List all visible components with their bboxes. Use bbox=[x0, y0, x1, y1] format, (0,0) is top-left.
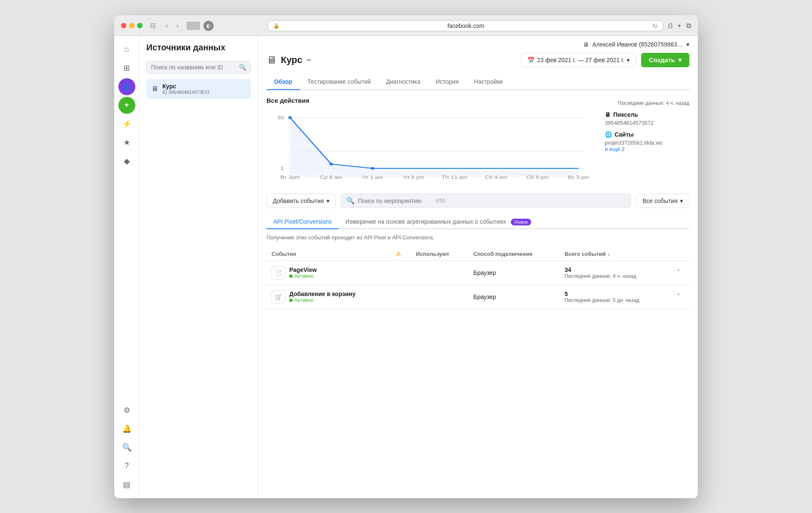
page-title: Источники данных bbox=[146, 43, 251, 56]
svg-text:Сб 4 am: Сб 4 am bbox=[485, 175, 508, 180]
event-expand-button-cart[interactable]: ˅ bbox=[677, 293, 680, 301]
event-expand-button-pageview[interactable]: ˅ bbox=[677, 269, 680, 277]
windows-button[interactable]: ⧉ bbox=[686, 22, 691, 30]
forward-button[interactable]: › bbox=[174, 21, 181, 30]
account-icon: 🖥 bbox=[583, 41, 589, 48]
pixel-title: Курс bbox=[281, 55, 302, 66]
browser-actions: ⎙ + ⧉ bbox=[668, 22, 691, 30]
svg-text:Чт 1 am: Чт 1 am bbox=[362, 175, 383, 180]
events-table: События ⚠ Используют Способ подключения … bbox=[266, 247, 689, 309]
add-events-chevron-icon: ▾ bbox=[326, 198, 329, 204]
events-search-box[interactable]: 🔍 0/50 bbox=[341, 194, 631, 208]
events-toolbar: Добавить события ▾ 🔍 0/50 Все события ▾ bbox=[266, 194, 689, 208]
event-icon-pageview: 📄 bbox=[272, 266, 285, 280]
tab-settings[interactable]: Настройки bbox=[466, 74, 510, 90]
table-row: 🛒 Добавление в корзину Активно bbox=[266, 285, 689, 309]
minimize-button[interactable] bbox=[129, 23, 134, 28]
event-connection-pageview: Браузер bbox=[468, 261, 560, 285]
event-uses-pageview bbox=[411, 261, 469, 285]
account-chevron-icon: ▾ bbox=[686, 41, 689, 48]
event-name-cell-pageview: 📄 PageView Активно bbox=[272, 266, 386, 280]
create-label: Создать bbox=[649, 56, 675, 63]
pixel-item-name: Курс bbox=[162, 83, 210, 90]
event-name-pageview: PageView bbox=[289, 266, 317, 273]
sidebar-icon-bell[interactable]: 🔔 bbox=[118, 420, 135, 437]
traffic-lights bbox=[121, 23, 143, 28]
sidebar-icon-home[interactable]: ⌂ bbox=[118, 41, 135, 58]
col-header-warning: ⚠ bbox=[391, 247, 411, 261]
sub-tabs: API Pixel/Conversions Измерение на основ… bbox=[266, 215, 689, 229]
last-data-text: Последние данные: 4 ч. назад bbox=[605, 100, 689, 106]
tab-overview[interactable]: Обзор bbox=[266, 74, 300, 90]
maximize-button[interactable] bbox=[137, 23, 143, 28]
date-range-text: 23 фев 2021 г. — 27 фев 2021 г. bbox=[537, 57, 625, 63]
search-box[interactable]: 🔍 bbox=[146, 61, 251, 74]
header-bar: 🖥 Алексей Иванов (85260759863… ▾ bbox=[258, 36, 698, 53]
events-filter-button[interactable]: Все события ▾ bbox=[636, 194, 689, 208]
create-button[interactable]: Создать ▾ bbox=[641, 53, 689, 67]
events-filter-label: Все события bbox=[642, 198, 678, 204]
svg-text:Ср 8 am: Ср 8 am bbox=[320, 175, 343, 180]
icon-sidebar: ⌂ ⊞ 👤 + ⚡ ★ ◆ ⚙ 🔔 🔍 ? ▤ bbox=[114, 36, 140, 498]
event-connection-cart: Браузер bbox=[468, 285, 560, 309]
events-count: 0/50 bbox=[436, 198, 445, 204]
table-row: 📄 PageView Активно bbox=[266, 261, 689, 285]
refresh-button[interactable]: ↻ bbox=[653, 22, 658, 29]
event-name-cell-cart: 🛒 Добавление в корзину Активно bbox=[272, 290, 386, 304]
search-icon-button[interactable]: 🔍 bbox=[239, 64, 246, 71]
close-button[interactable] bbox=[121, 23, 126, 28]
sites-info-block: 🌐 Сайты project3726561.tilda.ws и ещё 2 bbox=[605, 131, 689, 152]
sidebar-toggle-button[interactable]: ⊟ bbox=[148, 21, 158, 30]
browser-window: ⊟ ‹ › ◐ 🔒 facebook.com ↻ ⎙ + ⧉ bbox=[114, 15, 698, 498]
sidebar-icon-avatar[interactable]: 👤 bbox=[118, 78, 135, 95]
date-picker-button[interactable]: 📅 23 фев 2021 г. — 27 фев 2021 г. ▾ bbox=[521, 53, 636, 67]
status-dot-active-cart bbox=[289, 299, 293, 302]
tab-diagnostics[interactable]: Диагностика bbox=[379, 74, 428, 90]
pixel-info: Курс ID 3954854614573572 bbox=[162, 83, 210, 95]
sidebar-icon-help[interactable]: ? bbox=[118, 458, 135, 475]
event-total-pageview: 34 Последние данные: 4 ч. назад bbox=[560, 261, 672, 285]
share-button[interactable]: ⎙ bbox=[668, 22, 672, 30]
event-warning-pageview bbox=[391, 261, 411, 285]
status-dot-active bbox=[289, 274, 293, 278]
tab-history[interactable]: История bbox=[428, 74, 466, 90]
edit-icon[interactable]: ✏ bbox=[307, 57, 312, 63]
search-input[interactable] bbox=[151, 64, 236, 71]
new-tab-button[interactable]: + bbox=[678, 22, 681, 30]
sidebar-icon-settings[interactable]: ⚙ bbox=[118, 402, 135, 419]
address-bar[interactable]: 🔒 facebook.com ↻ bbox=[268, 20, 663, 31]
date-chevron-icon: ▾ bbox=[627, 57, 630, 63]
app-layout: ⌂ ⊞ 👤 + ⚡ ★ ◆ ⚙ 🔔 🔍 ? ▤ Источники данных… bbox=[114, 36, 698, 498]
events-filter-chevron-icon: ▾ bbox=[680, 198, 683, 204]
event-total-cart: 5 Последние данные: 5 дн. назад bbox=[560, 285, 672, 309]
svg-text:Сб 9 pm: Сб 9 pm bbox=[526, 175, 549, 180]
sidebar-icon-analytics[interactable]: ⚡ bbox=[118, 115, 135, 132]
svg-text:Вс 3 pm: Вс 3 pm bbox=[568, 175, 590, 180]
events-search-icon: 🔍 bbox=[346, 197, 355, 205]
sub-tab-api[interactable]: API Pixel/Conversions bbox=[266, 215, 339, 229]
pixel-list-item[interactable]: 🖥 Курс ID 3954854614573572 bbox=[146, 79, 251, 99]
sidebar-icon-panels[interactable]: ▤ bbox=[118, 476, 135, 493]
sidebar-icon-search[interactable]: 🔍 bbox=[118, 439, 135, 456]
sidebar-icon-grid[interactable]: ⊞ bbox=[118, 60, 135, 77]
calendar-icon: 📅 bbox=[527, 57, 535, 63]
account-selector[interactable]: 🖥 Алексей Иванов (85260759863… ▾ bbox=[583, 41, 689, 48]
tabs-bar: Обзор Тестирование событий Диагностика И… bbox=[266, 74, 689, 90]
browser-chrome: ⊟ ‹ › ◐ 🔒 facebook.com ↻ ⎙ + ⧉ bbox=[114, 15, 698, 36]
tab-event-testing[interactable]: Тестирование событий bbox=[300, 74, 379, 90]
more-sites-link[interactable]: и ещё 2 bbox=[605, 146, 689, 152]
create-chevron-icon: ▾ bbox=[678, 56, 682, 64]
back-button[interactable]: ‹ bbox=[163, 21, 170, 30]
events-search-input[interactable] bbox=[358, 198, 432, 204]
sub-tab-aggregated[interactable]: Измерение на основе агрегированных данны… bbox=[339, 215, 538, 229]
chart-section: Все действия 30 1 bbox=[266, 97, 689, 185]
event-icon-cart: 🛒 bbox=[272, 290, 285, 304]
sidebar-icon-star[interactable]: ★ bbox=[118, 134, 135, 151]
sidebar-icon-add[interactable]: + bbox=[118, 97, 135, 114]
account-name: Алексей Иванов (85260759863… bbox=[593, 41, 683, 48]
svg-text:1: 1 bbox=[280, 166, 284, 171]
chart-container: 30 1 Вт 3pm bbox=[266, 109, 596, 185]
pixel-title-group: 🖥 Курс ✏ bbox=[266, 54, 312, 66]
add-events-button[interactable]: Добавить события ▾ bbox=[266, 194, 336, 208]
sidebar-icon-diamond[interactable]: ◆ bbox=[118, 153, 135, 170]
